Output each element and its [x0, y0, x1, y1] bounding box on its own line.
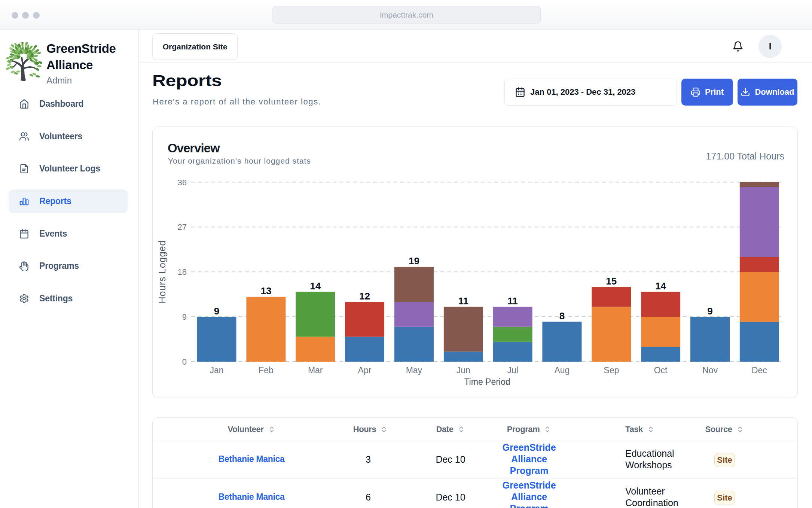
svg-text:36: 36: [178, 178, 187, 187]
svg-text:14: 14: [310, 280, 321, 292]
svg-text:14: 14: [655, 280, 666, 292]
svg-text:Mar: Mar: [308, 365, 323, 375]
svg-text:11: 11: [458, 295, 468, 307]
svg-text:Feb: Feb: [259, 365, 274, 375]
svg-text:15: 15: [606, 276, 617, 287]
svg-text:Apr: Apr: [358, 365, 372, 375]
svg-text:Jan: Jan: [210, 365, 223, 375]
svg-text:Aug: Aug: [554, 365, 570, 375]
svg-text:Jun: Jun: [457, 365, 470, 375]
svg-text:8: 8: [559, 310, 565, 322]
svg-text:May: May: [406, 365, 422, 375]
svg-text:Dec: Dec: [752, 365, 767, 375]
svg-text:19: 19: [409, 255, 419, 267]
svg-text:Oct: Oct: [654, 365, 668, 375]
svg-text:Jul: Jul: [507, 365, 518, 375]
svg-text:Time Period: Time Period: [464, 377, 510, 387]
svg-text:9: 9: [707, 305, 712, 317]
svg-text:27: 27: [178, 222, 187, 232]
svg-text:18: 18: [178, 267, 187, 277]
svg-text:Sep: Sep: [604, 365, 619, 375]
svg-text:Hours Logged: Hours Logged: [157, 240, 167, 303]
svg-text:11: 11: [507, 295, 518, 307]
svg-text:13: 13: [260, 285, 271, 296]
svg-text:9: 9: [182, 312, 187, 322]
svg-text:0: 0: [182, 357, 187, 366]
svg-text:Nov: Nov: [702, 365, 718, 375]
svg-text:9: 9: [214, 305, 219, 317]
svg-text:12: 12: [359, 290, 370, 302]
